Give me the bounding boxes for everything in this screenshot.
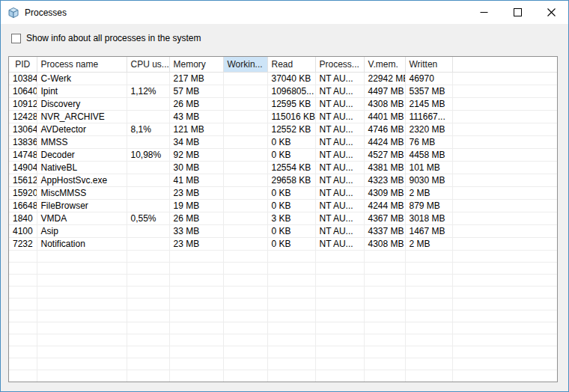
empty-cell [9,274,37,286]
empty-cell [267,274,315,286]
cell [452,148,557,161]
empty-cell [364,310,405,322]
empty-cell [37,274,127,286]
cell [223,110,267,123]
cell: 4746 MB [364,123,405,135]
cell: Ipint [37,85,127,97]
empty-cell [169,262,223,274]
cell: NT AU... [315,97,364,110]
table-row[interactable]: 14904NativeBL30 MB12554 KBNT AU...4381 M… [9,161,557,174]
cell: 0,55% [127,212,169,224]
empty-cell [452,346,557,358]
table-row[interactable]: 1840VMDA0,55%26 MB3 KBNT AU...4367 MB301… [9,212,557,224]
cell: 16648 [9,199,37,212]
cell [223,212,267,224]
processes-window: Processes Show info about all proc [0,0,569,392]
cell [127,97,169,110]
cell [127,135,169,148]
cell: FileBrowser [37,199,127,212]
column-header-read[interactable]: Read [267,57,315,72]
cell: 22942 MB [364,72,405,85]
cell: 9030 MB [405,174,452,186]
cell: 46970 [405,72,452,85]
empty-cell [9,334,37,346]
empty-row [9,310,557,322]
column-header-process-name[interactable]: Process name [37,57,127,72]
show-all-checkbox[interactable] [11,34,21,43]
empty-cell [267,346,315,358]
empty-cell [127,286,169,298]
close-button[interactable] [535,1,568,24]
table-row[interactable]: 14748Decoder10,98%92 MB0 KBNT AU...4527 … [9,148,557,161]
table-row[interactable]: 10640Ipint1,12%57 MB1096805...NT AU...44… [9,85,557,97]
cell [452,123,557,135]
cell [223,72,267,85]
table-row[interactable]: 10912Discovery26 MB12595 KBNT AU...4308 … [9,97,557,110]
empty-cell [267,322,315,334]
column-header-memory[interactable]: Memory [169,57,223,72]
column-header-workin[interactable]: Workin... [223,57,267,72]
cell: 10384 [9,72,37,85]
cell: 2 MB [405,186,452,199]
cell [223,161,267,174]
empty-cell [405,286,452,298]
column-header-cpu-us[interactable]: CPU us... [127,57,169,72]
show-all-checkbox-label: Show info about all processes in the sys… [26,33,201,43]
process-list[interactable]: PIDProcess nameCPU us...MemoryWorkin...R… [8,56,558,382]
cell: 13836 [9,135,37,148]
empty-cell [364,322,405,334]
empty-cell [267,286,315,298]
empty-cell [169,310,223,322]
empty-cell [452,310,557,322]
cell [223,97,267,110]
empty-cell [364,250,405,262]
empty-cell [223,334,267,346]
cell: 101 MB [405,161,452,174]
column-header-filler[interactable] [452,57,557,72]
table-row[interactable]: 16648FileBrowser19 MB0 KBNT AU...4244 MB… [9,199,557,212]
empty-row [9,346,557,358]
table-row[interactable]: 12428NVR_ARCHIVE43 MB115016 KBNT AU...44… [9,110,557,123]
empty-cell [452,262,557,274]
cell: 26 MB [169,212,223,224]
table-row[interactable]: 4100Asip33 MB0 KBNT AU...4337 MB1467 MB [9,224,557,237]
table-row[interactable]: 15920MiscMMSS23 MB0 KBNT AU...4309 MB2 M… [9,186,557,199]
column-header-process[interactable]: Process... [315,57,364,72]
empty-cell [223,322,267,334]
empty-cell [315,274,364,286]
cell: 0 KB [267,186,315,199]
empty-cell [315,298,364,310]
empty-cell [169,274,223,286]
empty-cell [452,250,557,262]
maximize-button[interactable] [501,1,535,24]
table-row[interactable]: 13064AVDetector8,1%121 MB12552 KBNT AU..… [9,123,557,135]
empty-cell [127,274,169,286]
minimize-button[interactable] [467,1,501,24]
cell: Decoder [37,148,127,161]
cell: 34 MB [169,135,223,148]
column-header-v-mem[interactable]: V.mem. [364,57,405,72]
cell: Discovery [37,97,127,110]
table-row[interactable]: 15612AppHostSvc.exe41 MB29658 KBNT AU...… [9,174,557,186]
cell [127,186,169,199]
column-header-written[interactable]: Written [405,57,452,72]
empty-cell [452,274,557,286]
cell: NT AU... [315,135,364,148]
cell: 4458 MB [405,148,452,161]
process-table: PIDProcess nameCPU us...MemoryWorkin...R… [9,57,557,382]
empty-cell [364,262,405,274]
empty-cell [37,298,127,310]
cell: 10912 [9,97,37,110]
column-header-pid[interactable]: PID [9,57,37,72]
cell: 2145 MB [405,97,452,110]
cell: 37040 KB [267,72,315,85]
table-row[interactable]: 13836MMSS34 MB0 KBNT AU...4424 MB76 MB [9,135,557,148]
table-row[interactable]: 7232Notification23 MB0 KBNT AU...4308 MB… [9,237,557,250]
empty-cell [37,262,127,274]
empty-cell [364,334,405,346]
cell: 57 MB [169,85,223,97]
title-bar[interactable]: Processes [1,1,568,24]
table-row[interactable]: 10384C-Werk217 MB37040 KBNT AU...22942 M… [9,72,557,85]
empty-row [9,286,557,298]
empty-cell [267,298,315,310]
